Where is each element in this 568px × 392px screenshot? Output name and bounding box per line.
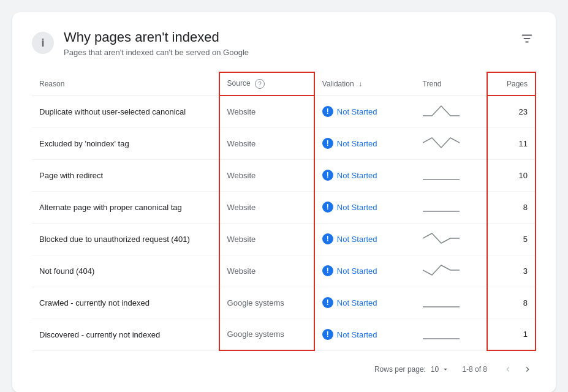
not-started-text: Not Started [337,298,377,307]
reason-cell: Crawled - currently not indexed [32,287,219,318]
table-container: Reason Source ? Validation ↓ Trend Pages… [32,72,536,351]
info-icon: i [32,32,54,54]
source-cell: Website [219,96,314,127]
trend-cell [415,255,488,287]
next-page-button[interactable] [519,361,536,378]
rows-per-page-label: Rows per page: [374,365,426,374]
pages-cell: 1 [487,318,536,350]
not-started-text: Not Started [337,330,377,339]
pagination: Rows per page: 10 1-8 of 8 [32,361,536,378]
table-row: Discovered - currently not indexedGoogle… [32,318,536,350]
reason-cell: Not found (404) [32,255,219,287]
page-title: Why pages aren't indexed [64,29,249,45]
column-header-validation[interactable]: Validation ↓ [314,72,415,96]
trend-sparkline [423,200,460,213]
not-started-text: Not Started [337,107,377,116]
not-started-icon: ! [322,233,333,244]
reason-cell: Discovered - currently not indexed [32,318,219,350]
pages-cell: 23 [487,96,536,127]
trend-cell [415,318,488,350]
pages-cell: 11 [487,127,536,159]
trend-sparkline [423,105,460,117]
not-started-icon: ! [322,170,333,181]
trend-cell [415,191,488,223]
not-started-text: Not Started [337,139,377,148]
rows-per-page: Rows per page: 10 [374,365,450,374]
not-started-text: Not Started [337,203,377,212]
source-cell: Website [219,191,314,223]
validation-cell[interactable]: !Not Started [314,96,415,127]
pages-cell: 8 [487,287,536,318]
table-row: Not found (404)Website!Not Started3 [32,255,536,287]
not-started-icon: ! [322,265,333,276]
prev-page-button[interactable] [499,361,517,378]
reason-cell: Blocked due to unauthorized request (401… [32,223,219,255]
main-card: i Why pages aren't indexed Pages that ar… [12,12,556,392]
validation-cell[interactable]: !Not Started [314,318,415,350]
not-started-text: Not Started [337,171,377,180]
trend-cell [415,159,488,191]
trend-sparkline [423,296,460,308]
source-cell: Website [219,223,314,255]
reason-cell: Excluded by 'noindex' tag [32,127,219,159]
not-started-icon: ! [322,329,333,340]
trend-sparkline [423,264,460,276]
not-started-text: Not Started [337,235,377,244]
source-cell: Google systems [219,318,314,350]
pages-cell: 5 [487,223,536,255]
validation-cell[interactable]: !Not Started [314,191,415,223]
trend-cell [415,287,488,318]
table-row: Alternate page with proper canonical tag… [32,191,536,223]
sort-icon: ↓ [358,80,362,88]
trend-sparkline [423,168,460,181]
validation-cell[interactable]: !Not Started [314,159,415,191]
not-started-icon: ! [322,138,333,149]
source-cell: Google systems [219,287,314,318]
page-info: 1-8 of 8 [462,365,487,374]
reason-cell: Duplicate without user-selected canonica… [32,96,219,127]
column-header-pages: Pages [487,72,536,96]
not-started-icon: ! [322,202,333,213]
pages-cell: 8 [487,191,536,223]
column-header-trend: Trend [415,72,488,96]
trend-sparkline [423,137,460,149]
table-row: Page with redirectWebsite!Not Started10 [32,159,536,191]
column-header-source: Source ? [219,72,314,96]
header-text: Why pages aren't indexed Pages that aren… [64,29,249,57]
table-row: Blocked due to unauthorized request (401… [32,223,536,255]
trend-cell [415,223,488,255]
rows-per-page-value: 10 [431,365,439,374]
trend-cell [415,127,488,159]
reason-cell: Page with redirect [32,159,219,191]
trend-sparkline [423,328,460,340]
source-cell: Website [219,255,314,287]
pages-cell: 3 [487,255,536,287]
validation-cell[interactable]: !Not Started [314,127,415,159]
trend-sparkline [423,232,460,244]
source-help-icon[interactable]: ? [255,79,265,89]
table-row: Crawled - currently not indexedGoogle sy… [32,287,536,318]
table-row: Duplicate without user-selected canonica… [32,96,536,127]
reason-cell: Alternate page with proper canonical tag [32,191,219,223]
pages-cell: 10 [487,159,536,191]
validation-cell[interactable]: !Not Started [314,255,415,287]
header-left: i Why pages aren't indexed Pages that ar… [32,29,249,57]
source-cell: Website [219,159,314,191]
trend-cell [415,96,488,127]
not-started-icon: ! [322,106,333,117]
validation-cell[interactable]: !Not Started [314,287,415,318]
page-subtitle: Pages that aren't indexed can't be serve… [64,48,249,57]
page-nav [499,361,536,378]
not-started-icon: ! [322,297,333,308]
not-started-text: Not Started [337,266,377,276]
source-cell: Website [219,127,314,159]
validation-cell[interactable]: !Not Started [314,223,415,255]
data-table: Reason Source ? Validation ↓ Trend Pages… [32,72,536,351]
table-row: Excluded by 'noindex' tagWebsite!Not Sta… [32,127,536,159]
header: i Why pages aren't indexed Pages that ar… [32,29,536,57]
column-header-reason: Reason [32,72,219,96]
rows-per-page-select[interactable]: 10 [431,365,450,374]
filter-icon[interactable] [518,29,536,51]
